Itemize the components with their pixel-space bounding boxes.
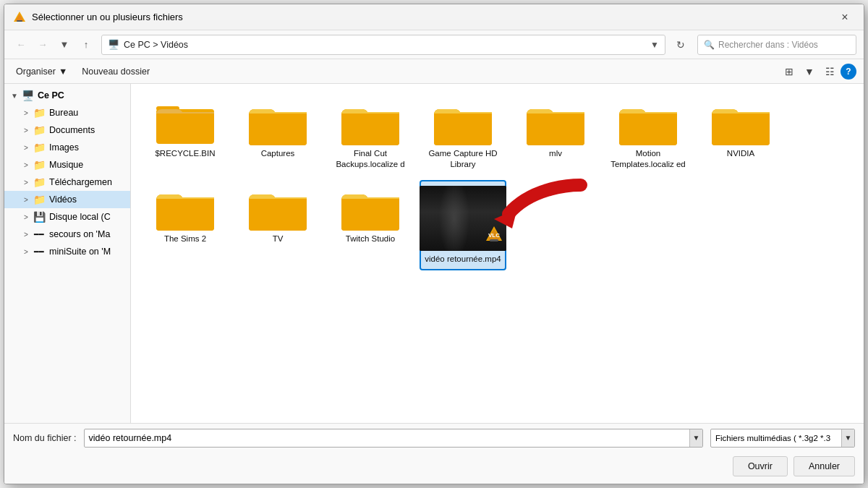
videos-label: Vidéos (49, 194, 124, 205)
file-grid: $RECYCLE.BIN Captures (131, 84, 864, 423)
svg-rect-2 (17, 20, 22, 22)
organize-chevron-icon: ▼ (59, 67, 67, 77)
images-label: Images (49, 142, 124, 153)
cancel-button[interactable]: Annuler (793, 456, 855, 476)
ce-pc-label: Ce PC (38, 90, 124, 100)
secours-icon: ━━ (32, 230, 46, 239)
sidebar-item-telechargements[interactable]: > 📁 Téléchargemen (4, 174, 130, 191)
videos-chevron: > (20, 196, 32, 204)
folder-mlv[interactable]: mlv (512, 95, 599, 174)
musique-icon: 📁 (32, 159, 46, 171)
sidebar-item-ce-pc[interactable]: ▼ 🖥️ Ce PC (4, 87, 130, 104)
ce-pc-icon: 🖥️ (20, 90, 35, 101)
back-button[interactable]: ← (12, 35, 30, 54)
main-area: ▼ 🖥️ Ce PC > 📁 Bureau > 📁 Documents > 📁 … (4, 84, 864, 423)
bureau-icon: 📁 (32, 107, 46, 119)
folder-captures-label: Captures (261, 148, 295, 159)
sidebar-item-bureau[interactable]: > 📁 Bureau (4, 104, 130, 121)
search-placeholder: Rechercher dans : Vidéos (718, 40, 818, 50)
folder-nvidia-label: NVIDIA (727, 148, 754, 159)
sidebar-item-videos[interactable]: > 📁 Vidéos (4, 191, 130, 208)
view-chevron-button[interactable]: ▼ (800, 62, 819, 81)
filename-dropdown-btn[interactable]: ▼ (689, 429, 702, 447)
navigation-toolbar: ← → ▼ ↑ 🖥️ Ce PC > Vidéos ▼ ↻ 🔍 Recherch… (4, 30, 864, 59)
disque-icon: 💾 (32, 211, 46, 223)
folder-captures[interactable]: Captures (234, 95, 321, 174)
address-text: Ce PC > Vidéos (124, 40, 650, 50)
bureau-chevron: > (20, 109, 32, 117)
new-folder-button[interactable]: Nouveau dossier (77, 65, 154, 78)
sidebar-item-documents[interactable]: > 📁 Documents (4, 121, 130, 139)
documents-label: Documents (49, 125, 124, 135)
filetype-dropdown-btn[interactable]: ▼ (841, 429, 854, 447)
filetype-select[interactable]: Fichiers multimédias ( *.3g2 *.3 ▼ (710, 429, 855, 448)
organize-button[interactable]: Organiser ▼ (12, 65, 72, 78)
folder-tv[interactable]: TV (234, 180, 321, 270)
help-button[interactable]: ? (841, 64, 856, 80)
action-bar: Ouvrir Annuler (4, 452, 864, 484)
folder-recycle[interactable]: $RECYCLE.BIN (142, 95, 229, 174)
search-box[interactable]: 🔍 Rechercher dans : Vidéos (697, 35, 856, 55)
minisuite-icon: ━━ (32, 247, 46, 257)
view-large-icon-button[interactable]: ⊞ (780, 62, 799, 81)
folder-nvidia[interactable]: NVIDIA (697, 95, 784, 174)
file-picker-dialog: Sélectionner un ou plusieurs fichiers × … (4, 4, 864, 484)
ce-pc-chevron: ▼ (9, 92, 20, 100)
folder-twitchstudio-label: Twitch Studio (346, 234, 395, 244)
view-buttons: ⊞ ▼ ☷ ? (780, 62, 856, 81)
svg-text:VLC: VLC (488, 232, 500, 239)
forward-button[interactable]: → (33, 35, 52, 54)
disque-label: Disque local (C (49, 212, 124, 222)
file-video-label: vidéo retournée.mp4 (425, 254, 501, 265)
filename-label-text: Nom du fichier : (13, 433, 77, 443)
secours-label: secours on 'Ma (49, 229, 124, 239)
musique-label: Musique (49, 160, 124, 170)
open-button[interactable]: Ouvrir (733, 456, 788, 476)
titlebar: Sélectionner un ou plusieurs fichiers × (4, 4, 864, 30)
sidebar-item-secours[interactable]: > ━━ secours on 'Ma (4, 226, 130, 243)
file-video-mp4[interactable]: VLC vidéo retournée.mp4 (420, 180, 506, 270)
images-chevron: > (20, 144, 32, 152)
sidebar-item-minisuite[interactable]: > ━━ miniSuite on 'M (4, 243, 130, 260)
sidebar: ▼ 🖥️ Ce PC > 📁 Bureau > 📁 Documents > 📁 … (4, 84, 131, 423)
dialog-title: Sélectionner un ou plusieurs fichiers (32, 12, 835, 22)
pc-icon: 🖥️ (108, 39, 119, 50)
telechargements-chevron: > (20, 179, 32, 187)
sidebar-item-images[interactable]: > 📁 Images (4, 139, 130, 156)
secours-chevron: > (20, 231, 32, 239)
folder-finalcut[interactable]: Final Cut Backups.localize d (327, 95, 414, 174)
folder-recycle-label: $RECYCLE.BIN (155, 148, 215, 159)
organize-label: Organiser (16, 67, 56, 77)
minisuite-label: miniSuite on 'M (49, 247, 124, 257)
filename-input[interactable]: vidéo retournée.mp4 ▼ (84, 429, 703, 448)
folder-gamecapture[interactable]: Game Capture HD Library (420, 95, 506, 174)
close-button[interactable]: × (835, 9, 855, 25)
folder-sims2-label: The Sims 2 (164, 234, 206, 244)
images-icon: 📁 (32, 142, 46, 153)
sidebar-item-musique[interactable]: > 📁 Musique (4, 156, 130, 174)
folder-tv-label: TV (273, 234, 284, 244)
folder-finalcut-label: Final Cut Backups.localize d (330, 148, 411, 170)
folder-mlv-label: mlv (549, 148, 562, 159)
musique-chevron: > (20, 161, 32, 169)
address-chevron[interactable]: ▼ (650, 40, 659, 50)
disque-chevron: > (20, 213, 32, 221)
svg-rect-8 (490, 239, 498, 241)
documents-chevron: > (20, 127, 32, 134)
search-icon: 🔍 (704, 40, 715, 50)
videos-icon: 📁 (32, 194, 46, 205)
refresh-button[interactable]: ↻ (671, 35, 690, 54)
minisuite-chevron: > (20, 248, 32, 256)
address-bar[interactable]: 🖥️ Ce PC > Vidéos ▼ (101, 35, 665, 55)
filetype-value: Fichiers multimédias ( *.3g2 *.3 (715, 434, 841, 442)
folder-twitchstudio[interactable]: Twitch Studio (327, 180, 414, 270)
organize-bar: Organiser ▼ Nouveau dossier ⊞ ▼ ☷ ? (4, 59, 864, 84)
up-button[interactable]: ↑ (77, 35, 95, 54)
folder-motion[interactable]: Motion Templates.localiz ed (605, 95, 692, 174)
view-list-button[interactable]: ☷ (820, 62, 839, 81)
filename-value: vidéo retournée.mp4 (89, 433, 689, 443)
sidebar-item-disque[interactable]: > 💾 Disque local (C (4, 208, 130, 226)
dropdown-button[interactable]: ▼ (55, 35, 74, 54)
vlc-title-icon (13, 11, 26, 24)
folder-sims2[interactable]: The Sims 2 (142, 180, 229, 270)
